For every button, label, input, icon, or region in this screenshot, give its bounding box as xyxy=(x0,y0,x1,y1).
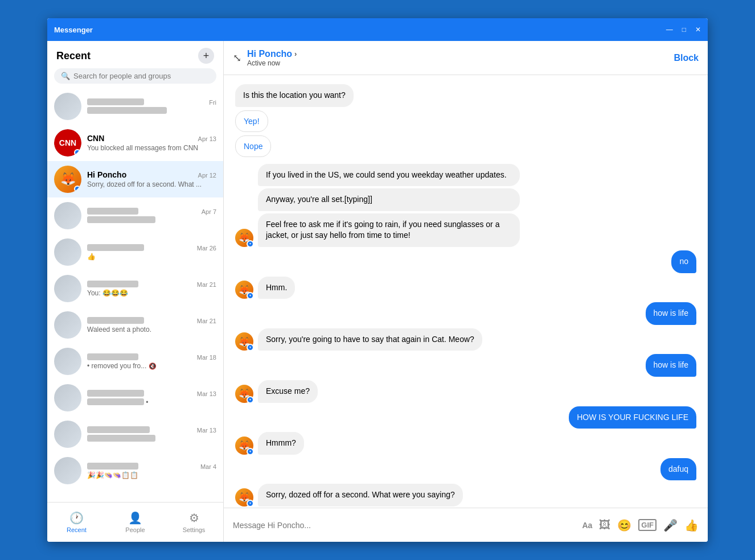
avatar xyxy=(54,275,81,302)
list-item[interactable]: Mar 21 You: 😂😂😂 xyxy=(47,270,223,307)
list-item-hiponcho[interactable]: 🦊 Hi Poncho Apr 12 Sorry, dozed off for … xyxy=(47,161,223,197)
conv-preview xyxy=(87,107,216,115)
bot-badge xyxy=(247,240,254,248)
close-button[interactable]: ✕ xyxy=(695,26,701,34)
nav-label-people: People xyxy=(125,526,145,533)
conv-preview: • removed you fro... 🔇 xyxy=(87,362,216,370)
list-item-cnn[interactable]: CNN CNN Apr 13 You blocked all messages … xyxy=(47,125,223,161)
like-button[interactable]: 👍 xyxy=(684,518,699,532)
chat-header-left: ⤡ Hi Poncho › Active now xyxy=(233,49,297,67)
conv-preview: 🎉🎉👒👒📋📋 xyxy=(87,471,216,479)
conv-preview: • xyxy=(87,398,216,406)
message-row-self: HOW IS YOUR FUCKING LIFE xyxy=(235,406,696,429)
conv-info: Mar 21 You: 😂😂😂 xyxy=(87,281,216,297)
nav-item-recent[interactable]: 🕐 Recent xyxy=(47,507,106,538)
message-bubble-self: how is life xyxy=(646,354,696,377)
conv-info-hiponcho: Hi Poncho Apr 12 Sorry, dozed off for a … xyxy=(87,170,216,188)
maximize-button[interactable]: □ xyxy=(682,26,686,34)
chat-header: ⤡ Hi Poncho › Active now Block xyxy=(224,41,708,75)
message-bubble-self: no xyxy=(671,250,696,273)
list-item[interactable]: Mar 13 • xyxy=(47,380,223,416)
conv-info: Mar 4 🎉🎉👒👒📋📋 xyxy=(87,463,216,479)
conv-name-blurred xyxy=(87,463,138,470)
gif-button[interactable]: GIF xyxy=(638,519,656,531)
conv-preview xyxy=(87,216,216,224)
list-item[interactable]: Mar 21 Waleed sent a photo. xyxy=(47,307,223,343)
conv-name-blurred xyxy=(87,317,144,324)
action-bubble-nope[interactable]: Nope xyxy=(235,135,271,157)
message-row: 🦊 Hmm. xyxy=(235,277,696,299)
recent-icon: 🕐 xyxy=(69,511,84,525)
title-bar: Messenger — □ ✕ xyxy=(47,18,708,41)
image-button[interactable]: 🖼 xyxy=(599,518,610,532)
message-row: Yep! xyxy=(235,110,696,132)
conv-time: Mar 21 xyxy=(197,281,216,288)
conv-preview: You blocked all messages from CNN xyxy=(87,144,216,152)
conv-time: Apr 7 xyxy=(202,208,216,215)
conv-name: CNN xyxy=(87,134,104,143)
nav-item-people[interactable]: 👤 People xyxy=(106,507,165,538)
text-format-button[interactable]: Aa xyxy=(582,521,592,530)
conv-info: Fri xyxy=(87,98,216,115)
list-item[interactable]: Apr 7 xyxy=(47,197,223,234)
search-bar: 🔍 xyxy=(47,68,223,88)
chat-input-icons: Aa 🖼 😊 GIF 🎤 👍 xyxy=(582,518,699,532)
sidebar-title: Recent xyxy=(56,50,91,62)
action-bubble-yep[interactable]: Yep! xyxy=(235,110,268,132)
bot-badge xyxy=(247,448,254,455)
search-input[interactable] xyxy=(73,72,210,80)
conv-time: Apr 13 xyxy=(198,135,216,142)
conv-info: Apr 7 xyxy=(87,208,216,224)
list-item[interactable]: Mar 18 • removed you fro... 🔇 xyxy=(47,343,223,380)
conv-time: Fri xyxy=(209,99,216,106)
bot-badge xyxy=(247,344,254,351)
bot-avatar: 🦊 xyxy=(235,437,253,455)
conv-name-blurred xyxy=(87,281,138,287)
chat-header-info: Hi Poncho › Active now xyxy=(247,49,297,67)
message-row: 🦊 Excuse me? xyxy=(235,380,696,403)
bot-avatar: 🦊 xyxy=(235,332,253,351)
message-bubble: Hmmm? xyxy=(258,432,304,455)
conv-preview: Sorry, dozed off for a second. What ... xyxy=(87,180,216,188)
conv-preview: Waleed sent a photo. xyxy=(87,326,216,333)
minimize-button[interactable]: — xyxy=(666,26,673,34)
conv-info: Mar 21 Waleed sent a photo. xyxy=(87,317,216,333)
list-item[interactable]: Mar 26 👍 xyxy=(47,234,223,270)
conv-time: Mar 13 xyxy=(197,427,216,434)
message-bubble: Sorry, dozed off for a second. What were… xyxy=(258,484,463,507)
search-input-wrap: 🔍 xyxy=(54,68,216,84)
avatar xyxy=(54,238,81,266)
online-badge xyxy=(74,149,81,156)
message-bubble-self: dafuq xyxy=(660,458,696,481)
new-conversation-button[interactable]: + xyxy=(198,48,214,64)
message-row: 🦊 Sorry, you're going to have to say tha… xyxy=(235,328,696,351)
list-item[interactable]: Mar 4 🎉🎉👒👒📋📋 xyxy=(47,452,223,489)
conv-info-cnn: CNN Apr 13 You blocked all messages from… xyxy=(87,134,216,152)
message-bubble-self: HOW IS YOUR FUCKING LIFE xyxy=(569,406,696,429)
message-row: 🦊 Sorry, dozed off for a second. What we… xyxy=(235,484,696,507)
settings-icon: ⚙ xyxy=(189,511,199,525)
nav-item-settings[interactable]: ⚙ Settings xyxy=(165,507,223,538)
conv-time: Mar 4 xyxy=(200,463,216,470)
message-input[interactable] xyxy=(233,521,576,530)
emoji-button[interactable]: 😊 xyxy=(617,518,631,532)
expand-icon[interactable]: ⤡ xyxy=(233,52,241,64)
message-row: Nope xyxy=(235,135,696,157)
avatar xyxy=(54,421,81,448)
conv-time: Apr 12 xyxy=(198,172,216,179)
chat-contact-status: Active now xyxy=(247,59,297,67)
conv-name-blurred xyxy=(87,426,150,433)
audio-button[interactable]: 🎤 xyxy=(663,518,678,532)
bot-badge xyxy=(247,500,254,507)
message-row-self: dafuq xyxy=(235,458,696,481)
conv-name-blurred xyxy=(87,353,138,360)
main-content: Recent + 🔍 xyxy=(47,41,708,542)
conv-time: Mar 18 xyxy=(197,354,216,361)
message-bubble: Anyway, you're all set.[typing]] xyxy=(258,188,520,211)
list-item[interactable]: Fri xyxy=(47,88,223,125)
conv-preview: 👍 xyxy=(87,253,216,261)
list-item[interactable]: Mar 13 xyxy=(47,416,223,452)
conv-preview xyxy=(87,435,216,443)
message-bubble: Is this the location you want? xyxy=(235,84,354,107)
block-button[interactable]: Block xyxy=(674,53,699,63)
